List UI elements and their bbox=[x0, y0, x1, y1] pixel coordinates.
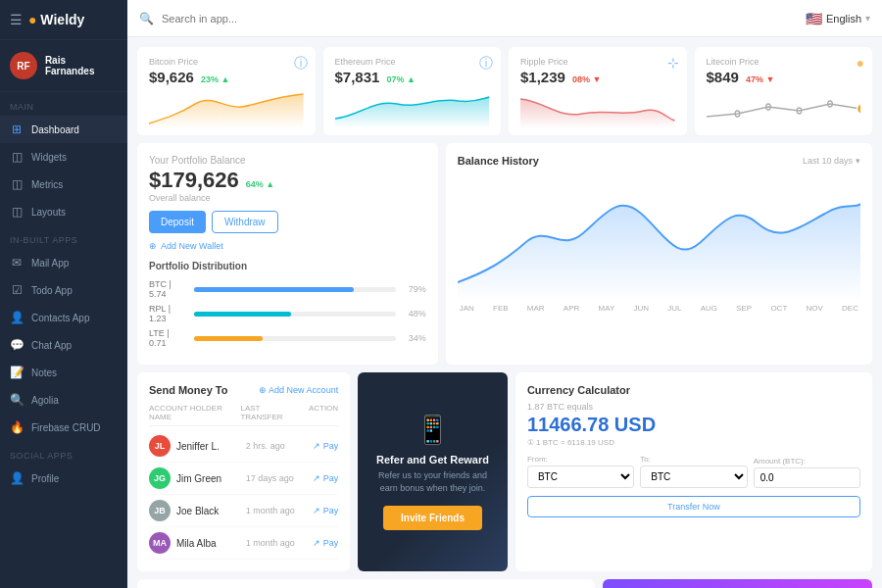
sm-header-name: Account Holder Name bbox=[149, 404, 240, 421]
stat-card-ripple: ⊹ Ripple Price $1,239 08% ▼ bbox=[509, 47, 687, 135]
cc-title: Currency Calculator bbox=[527, 384, 860, 396]
bitcoin-price: $9,626 bbox=[149, 69, 194, 85]
middle-row: Your Portfolio Balance $179,626 64% ▲ Ov… bbox=[137, 143, 872, 365]
cc-from-field: From: BTCETHUSD bbox=[527, 455, 634, 488]
add-wallet-link[interactable]: ⊕ Add New Wallet bbox=[149, 241, 426, 251]
portfolio-change: 64% ▲ bbox=[246, 179, 274, 189]
litecoin-value: $849 47% ▼ bbox=[707, 69, 861, 85]
sm-header-action: Action bbox=[302, 404, 338, 421]
right-panel: Download Mobile Apps Now, your account i… bbox=[603, 579, 872, 588]
sidebar-item-contacts[interactable]: 👤 Contacts App bbox=[0, 304, 127, 331]
sidebar-item-widgets[interactable]: ◫ Widgets bbox=[0, 143, 127, 171]
bitcoin-value: $9,626 23% ▲ bbox=[149, 69, 304, 85]
sm-time-joeblack: 1 month ago bbox=[246, 506, 304, 515]
sidebar-label-metrics: Metrics bbox=[31, 179, 63, 190]
dist-pct-btc: 79% bbox=[402, 284, 426, 294]
todo-icon: ☑ bbox=[10, 283, 24, 297]
content-area: ⓘ Bitcoin Price $9,626 23% ▲ ⓘ Ethereu bbox=[127, 37, 882, 588]
plus-icon: ⊕ bbox=[149, 241, 157, 251]
search-input[interactable] bbox=[162, 13, 798, 24]
sidebar-item-firebase[interactable]: 🔥 Firebase CRUD bbox=[0, 414, 127, 441]
dist-bar-rpl bbox=[194, 312, 291, 317]
cc-from-select[interactable]: BTCETHUSD bbox=[527, 466, 634, 488]
ethereum-change: 07% ▲ bbox=[386, 74, 415, 84]
sm-title: Send Money To bbox=[149, 384, 227, 396]
sidebar-label-profile: Profile bbox=[31, 473, 59, 484]
ripple-title: Ripple Price bbox=[520, 57, 675, 67]
sidebar-label-firebase: Firebase CRUD bbox=[31, 422, 101, 433]
month-jun: JUN bbox=[633, 304, 649, 313]
litecoin-info-icon[interactable]: ● bbox=[857, 55, 864, 71]
ripple-chart bbox=[520, 89, 675, 128]
bh-period-label: Last 10 days bbox=[803, 156, 853, 166]
sm-pay-jimgreen[interactable]: ↗ Pay bbox=[304, 473, 338, 483]
sm-row-joeblack: JB Joe Black 1 month ago ↗ Pay bbox=[149, 495, 338, 527]
sm-avatar-jimgreen: JG bbox=[149, 467, 171, 489]
sm-avatar-joeblack: JB bbox=[149, 500, 171, 521]
stat-cards-row: ⓘ Bitcoin Price $9,626 23% ▲ ⓘ Ethereu bbox=[137, 47, 872, 135]
month-may: MAY bbox=[598, 304, 614, 313]
sidebar-item-dashboard[interactable]: ⊞ Dashboard bbox=[0, 116, 127, 143]
hamburger-icon[interactable]: ☰ bbox=[10, 12, 23, 27]
sidebar-label-todo: Todo App bbox=[31, 285, 73, 296]
sidebar-label-notes: Notes bbox=[31, 368, 57, 378]
cc-to-select[interactable]: BTCETHUSD bbox=[640, 466, 747, 488]
portfolio-actions: Deposit Withdraw bbox=[149, 211, 426, 233]
sidebar-label-contacts: Contacts App bbox=[31, 313, 89, 323]
sidebar-item-metrics[interactable]: ◫ Metrics bbox=[0, 171, 127, 198]
send-money-card: Send Money To ⊕ Add New Account Account … bbox=[137, 372, 350, 571]
dist-row-rpl: RPL | 1.23 48% bbox=[149, 304, 426, 323]
sm-time-jimgreen: 17 days ago bbox=[246, 473, 304, 483]
flag-icon: 🇺🇸 bbox=[806, 11, 822, 26]
contacts-icon: 👤 bbox=[10, 311, 24, 324]
balance-history-card: Balance History Last 10 days ▾ bbox=[446, 143, 872, 365]
sidebar-item-agolia[interactable]: 🔍 Agolia bbox=[0, 386, 127, 414]
dashboard-icon: ⊞ bbox=[10, 122, 24, 136]
sidebar-item-mail[interactable]: ✉ Mail App bbox=[0, 249, 127, 276]
chat-icon: 💬 bbox=[10, 338, 24, 352]
sm-table-header: Account Holder Name Last Transfer Action bbox=[149, 404, 338, 426]
sidebar-item-todo[interactable]: ☑ Todo App bbox=[0, 276, 127, 304]
dist-bar-bg-btc bbox=[194, 287, 396, 292]
ethereum-value: $7,831 07% ▲ bbox=[335, 69, 490, 85]
sidebar-item-layouts[interactable]: ◫ Layouts bbox=[0, 198, 127, 225]
withdraw-button[interactable]: Withdraw bbox=[212, 211, 278, 233]
cc-to-label: To: bbox=[640, 455, 747, 464]
deposit-button[interactable]: Deposit bbox=[149, 211, 206, 233]
sidebar-item-notes[interactable]: 📝 Notes bbox=[0, 359, 127, 386]
distribution-title: Portfolio Distribution bbox=[149, 261, 426, 271]
sidebar-item-chat[interactable]: 💬 Chat App bbox=[0, 331, 127, 359]
sidebar-item-profile[interactable]: 👤 Profile bbox=[0, 465, 127, 492]
ripple-change: 08% ▼ bbox=[572, 74, 601, 84]
bh-period[interactable]: Last 10 days ▾ bbox=[803, 156, 860, 166]
invite-friends-button[interactable]: Invite Friends bbox=[383, 506, 482, 530]
bitcoin-info-icon[interactable]: ⓘ bbox=[294, 55, 308, 73]
ripple-info-icon[interactable]: ⊹ bbox=[667, 55, 679, 71]
sidebar-label-widgets: Widgets bbox=[31, 152, 67, 163]
agolia-icon: 🔍 bbox=[10, 393, 24, 407]
dist-label-lte: LTE | 0.71 bbox=[149, 328, 188, 348]
left-bottom: Send Money To ⊕ Add New Account Account … bbox=[137, 372, 508, 571]
ethereum-info-icon[interactable]: ⓘ bbox=[479, 55, 493, 73]
bitcoin-change: 23% ▲ bbox=[201, 74, 229, 84]
litecoin-price: $849 bbox=[707, 69, 739, 85]
cc-from-label: From: bbox=[527, 455, 634, 464]
metrics-icon: ◫ bbox=[10, 177, 24, 191]
chevron-down-icon: ▾ bbox=[865, 13, 870, 24]
cc-amount-input[interactable] bbox=[754, 467, 860, 488]
svg-point-4 bbox=[857, 104, 860, 114]
sm-pay-jennifer[interactable]: ↗ Pay bbox=[304, 441, 338, 451]
sm-row-jimgreen: JG Jim Green 17 days ago ↗ Pay bbox=[149, 463, 338, 495]
sm-pay-milaalba[interactable]: ↗ Pay bbox=[304, 538, 338, 548]
month-jan: JAN bbox=[460, 304, 474, 313]
refer-desc: Refer us to your friends and earn bonus … bbox=[369, 469, 496, 494]
add-account-link[interactable]: ⊕ Add New Account bbox=[259, 385, 338, 395]
sm-time-jennifer: 2 hrs. ago bbox=[246, 441, 304, 451]
month-feb: FEB bbox=[493, 304, 509, 313]
language-selector[interactable]: 🇺🇸 English ▾ bbox=[806, 11, 870, 26]
sidebar-label-chat: Chat App bbox=[31, 340, 72, 351]
cc-usd-value: 11466.78 USD bbox=[527, 414, 860, 436]
sm-pay-joeblack[interactable]: ↗ Pay bbox=[304, 506, 338, 515]
litecoin-change: 47% ▼ bbox=[746, 74, 774, 84]
transfer-now-button[interactable]: Transfer Now bbox=[527, 496, 860, 517]
